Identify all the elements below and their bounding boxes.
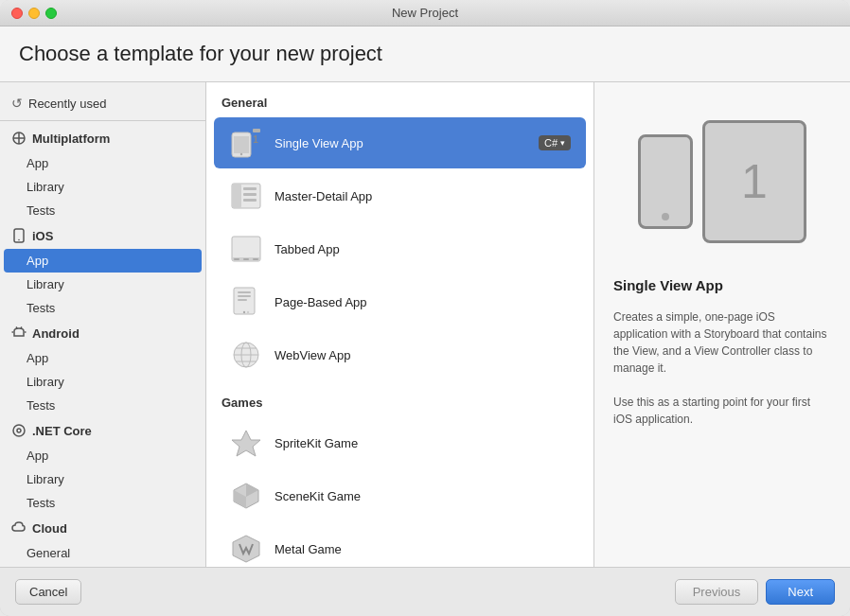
svg-point-29	[247, 311, 249, 313]
svg-text:1: 1	[253, 134, 258, 145]
previous-button[interactable]: Previous	[675, 579, 759, 605]
center-panel: General 1 Single View App C# ▾	[206, 82, 594, 567]
svg-point-7	[13, 425, 25, 436]
close-button[interactable]	[11, 8, 23, 19]
multiplatform-label: Multiplatform	[32, 132, 110, 146]
android-label: Android	[32, 326, 80, 341]
sidebar-section-android[interactable]: Android	[0, 320, 205, 346]
sidebar-section-multiplatform[interactable]: Multiplatform	[0, 125, 205, 151]
template-item-metal-game[interactable]: Metal Game	[214, 523, 586, 567]
header: Choose a template for your new project	[0, 26, 850, 82]
sidebar-item-netcore-tests[interactable]: Tests	[0, 491, 205, 515]
svg-point-8	[17, 429, 21, 432]
svg-rect-22	[243, 258, 249, 260]
sidebar-item-android-library[interactable]: Library	[0, 370, 205, 394]
page-based-app-icon	[229, 285, 263, 319]
svg-point-11	[240, 153, 242, 155]
svg-line-6	[21, 327, 22, 329]
sidebar-item-multiplatform-app[interactable]: App	[0, 151, 205, 175]
sidebar-item-ios-app[interactable]: App	[4, 249, 202, 273]
single-view-app-label: Single View App	[274, 136, 527, 150]
general-section-title: General	[206, 82, 593, 117]
sidebar-item-recently-used[interactable]: ↺ Recently used	[0, 90, 205, 116]
lang-badge-csharp[interactable]: C# ▾	[539, 135, 571, 150]
title-bar: New Project	[0, 0, 850, 26]
netcore-label: .NET Core	[32, 424, 92, 438]
traffic-lights	[11, 8, 57, 19]
template-detail-title: Single View App	[613, 277, 831, 293]
footer: Cancel Previous Next	[0, 567, 850, 616]
sidebar-item-cloud-general[interactable]: General	[0, 541, 205, 565]
webview-app-icon	[229, 338, 263, 372]
cancel-button[interactable]: Cancel	[15, 579, 81, 605]
dropdown-arrow-icon: ▾	[560, 138, 565, 148]
nav-buttons: Previous Next	[675, 579, 835, 605]
svg-rect-15	[232, 184, 241, 208]
svg-rect-10	[234, 136, 249, 153]
template-item-single-view-app[interactable]: 1 Single View App C# ▾	[214, 117, 586, 168]
clock-icon: ↺	[11, 96, 23, 111]
sidebar-section-ios[interactable]: iOS	[0, 222, 205, 249]
svg-rect-18	[243, 199, 257, 202]
right-panel: 1 Single View App Creates a simple, one-…	[594, 82, 850, 567]
lang-label: C#	[544, 137, 558, 149]
phone-preview	[638, 134, 693, 229]
metal-game-icon	[229, 532, 263, 566]
window-title: New Project	[392, 6, 458, 20]
divider-1	[0, 120, 205, 121]
spritekit-game-icon	[229, 426, 263, 460]
svg-rect-23	[253, 258, 258, 260]
games-section-title: Games	[206, 382, 593, 417]
single-view-app-icon: 1	[229, 126, 263, 160]
spritekit-game-label: SpriteKit Game	[274, 436, 571, 450]
svg-rect-26	[238, 295, 251, 297]
next-button[interactable]: Next	[766, 579, 835, 605]
template-item-webview-app[interactable]: WebView App	[214, 329, 586, 380]
main-content: ↺ Recently used Multiplatform App Librar…	[0, 82, 850, 567]
svg-rect-21	[234, 258, 239, 260]
sidebar: ↺ Recently used Multiplatform App Librar…	[0, 82, 206, 567]
sidebar-item-multiplatform-tests[interactable]: Tests	[0, 199, 205, 222]
cloud-label: Cloud	[32, 521, 67, 536]
sidebar-section-cloud[interactable]: Cloud	[0, 515, 205, 541]
master-detail-app-icon	[229, 179, 263, 213]
tabbed-app-icon	[229, 232, 263, 266]
svg-rect-12	[253, 129, 260, 132]
template-item-scenekit-game[interactable]: SceneKit Game	[214, 470, 586, 521]
svg-rect-25	[238, 291, 251, 293]
sidebar-item-multiplatform-library[interactable]: Library	[0, 175, 205, 199]
cloud-icon	[11, 520, 27, 536]
sidebar-item-ios-library[interactable]: Library	[0, 273, 205, 296]
svg-rect-16	[243, 187, 257, 190]
svg-point-2	[18, 239, 20, 241]
sidebar-item-netcore-app[interactable]: App	[0, 444, 205, 467]
sidebar-item-android-tests[interactable]: Tests	[0, 394, 205, 417]
scenekit-game-label: SceneKit Game	[274, 489, 571, 503]
device-illustration: 1	[638, 120, 806, 243]
sidebar-item-android-app[interactable]: App	[0, 346, 205, 370]
ios-icon	[11, 228, 27, 243]
minimize-button[interactable]	[28, 8, 40, 19]
template-item-spritekit-game[interactable]: SpriteKit Game	[214, 417, 586, 468]
metal-game-label: Metal Game	[274, 542, 571, 556]
main-window: New Project Choose a template for your n…	[0, 0, 850, 616]
svg-rect-17	[243, 193, 257, 196]
maximize-button[interactable]	[45, 8, 57, 19]
sidebar-item-netcore-library[interactable]: Library	[0, 467, 205, 491]
master-detail-app-label: Master-Detail App	[274, 189, 571, 203]
ios-label: iOS	[32, 229, 53, 243]
page-title: Choose a template for your new project	[19, 42, 831, 66]
webview-app-label: WebView App	[274, 348, 571, 362]
tablet-preview: 1	[702, 120, 806, 243]
sidebar-section-netcore[interactable]: .NET Core	[0, 417, 205, 444]
template-item-tabbed-app[interactable]: Tabbed App	[214, 223, 586, 274]
sidebar-item-ios-tests[interactable]: Tests	[0, 296, 205, 320]
page-based-app-label: Page-Based App	[274, 295, 571, 309]
template-item-page-based-app[interactable]: Page-Based App	[214, 276, 586, 327]
svg-point-28	[243, 311, 245, 313]
svg-rect-27	[238, 299, 247, 301]
scenekit-game-icon	[229, 479, 263, 513]
tabbed-app-label: Tabbed App	[274, 242, 571, 256]
preview-area: 1	[613, 101, 831, 262]
template-item-master-detail-app[interactable]: Master-Detail App	[214, 170, 586, 221]
